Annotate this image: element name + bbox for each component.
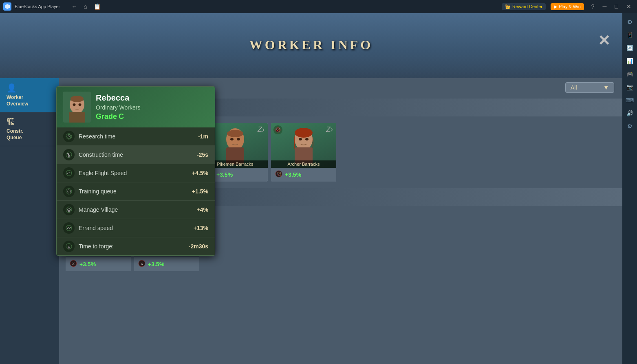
svg-text:🏹: 🏹 [276, 128, 280, 132]
svg-point-66 [73, 103, 76, 106]
chevron-down-icon: ▼ [603, 84, 609, 91]
svg-point-30 [230, 138, 234, 140]
training-queue-label: Training queue [79, 188, 188, 195]
filter-dropdown[interactable]: All ▼ [565, 82, 614, 93]
play-win-label: Play & Win [559, 4, 581, 9]
play-win-btn[interactable]: ▶ Play & Win [551, 3, 584, 10]
svg-point-39 [299, 138, 302, 140]
worker-grade: Grade C [96, 112, 140, 121]
forge-time-value: -2m30s [189, 243, 208, 250]
nav-buttons: ← ⌂ 📋 [70, 2, 102, 11]
sleep-z-2: Z› [258, 125, 264, 134]
sidebar-icon-6[interactable]: 📷 [624, 81, 635, 93]
stat-icon-5: ⚔ [138, 260, 145, 269]
research-time-icon [63, 131, 75, 142]
crown-icon: 👑 [505, 4, 511, 9]
svg-point-40 [305, 138, 309, 140]
worker-card-3-label: Archer Barracks [271, 160, 336, 168]
worker-name: Rebecca [96, 93, 140, 103]
constr-queue-icon: 🏗 [7, 117, 53, 127]
worker-card-3-stat: 🏹 +3.5% [271, 168, 336, 182]
right-sidebar: ⚙ 📱 🔄 📊 🎮 📷 ⌨ 🔊 ⚙ [622, 13, 637, 364]
sidebar-icon-3[interactable]: 🔄 [624, 42, 635, 54]
close-btn-win[interactable]: ✕ [624, 2, 634, 11]
title-bar-right: 👑 Reward Center ▶ Play & Win ? ─ □ ✕ [502, 2, 634, 11]
worker-overview-icon: 👤 [7, 83, 53, 93]
research-time-value: -1m [198, 133, 208, 140]
sidebar-icon-1[interactable]: ⚙ [624, 16, 635, 28]
sidebar-icon-9[interactable]: ⚙ [624, 121, 635, 132]
errand-speed-icon [63, 222, 75, 234]
app-name: BlueStacks App Player [15, 4, 60, 9]
stat-row-eagle-speed: Eagle Flight Speed +4.5% [57, 164, 215, 182]
svg-point-74 [68, 156, 70, 158]
stat-icon-3: 🏹 [275, 170, 282, 179]
sidebar-icon-4[interactable]: 📊 [624, 55, 635, 67]
svg-marker-0 [5, 4, 10, 9]
svg-point-76 [66, 189, 72, 194]
svg-point-67 [79, 103, 82, 106]
svg-rect-80 [68, 210, 70, 212]
construction-time-label: Construction time [79, 151, 193, 158]
tooltip-avatar [63, 92, 91, 123]
forge-time-label: Time to forge: [79, 243, 185, 250]
worker-card-3[interactable]: 🏹 Z› [271, 123, 336, 182]
stat-row-construction-time: Construction time -25s [57, 146, 215, 164]
svg-text:⚔: ⚔ [140, 262, 143, 266]
construction-time-icon [63, 149, 75, 160]
errand-speed-label: Errand speed [79, 225, 190, 231]
training-queue-value: +1.5% [192, 188, 208, 195]
sidebar-icon-7[interactable]: ⌨ [624, 94, 635, 106]
construction-time-value: -25s [197, 151, 208, 158]
stat-value-4: +3.5% [79, 261, 96, 268]
stat-row-manage-village: Manage Village +4% [57, 201, 215, 219]
worker-tooltip: Rebecca Ordinary Workers Grade C Researc… [56, 86, 215, 256]
research-time-label: Research time [79, 133, 194, 140]
svg-point-31 [237, 138, 240, 140]
svg-rect-64 [69, 112, 85, 123]
svg-point-65 [71, 96, 84, 102]
left-panel: 👤 WorkerOverview 🏗 Constr.Queue [0, 78, 59, 364]
sidebar-icon-2[interactable]: 📱 [624, 29, 635, 41]
manage-village-label: Manage Village [79, 206, 193, 213]
left-panel-worker-overview[interactable]: 👤 WorkerOverview [0, 78, 59, 112]
page-title: WORKER INFO [249, 37, 373, 53]
tooltip-header: Rebecca Ordinary Workers Grade C [57, 87, 215, 127]
stat-icon-4: ⚔ [70, 260, 77, 269]
stat-row-errand-speed: Errand speed +13% [57, 219, 215, 237]
svg-text:⚔: ⚔ [72, 262, 75, 266]
svg-point-38 [295, 128, 313, 138]
close-game-btn[interactable]: ✕ [598, 33, 610, 48]
tooltip-info: Rebecca Ordinary Workers Grade C [96, 93, 140, 121]
sidebar-icon-8[interactable]: 🔊 [624, 107, 635, 119]
stat-row-forge-time: Time to forge: -2m30s [57, 237, 215, 255]
svg-point-75 [66, 170, 72, 176]
nav-bookmark[interactable]: 📋 [92, 2, 102, 11]
stat-value-5: +3.5% [148, 261, 164, 268]
reward-center-btn[interactable]: 👑 Reward Center [502, 3, 546, 10]
stat-value-2: +3.5% [216, 171, 233, 178]
forge-time-icon [63, 241, 75, 252]
game-area: WORKER INFO ✕ 👤 WorkerOverview 🏗 Constr.… [0, 13, 622, 364]
eagle-speed-label: Eagle Flight Speed [79, 170, 188, 176]
filter-bar: All ▼ [565, 82, 614, 93]
eagle-speed-value: +4.5% [192, 170, 208, 176]
stat-row-research-time: Research time -1m [57, 127, 215, 146]
left-panel-constr-queue[interactable]: 🏗 Constr.Queue [0, 112, 59, 146]
sidebar-icon-5[interactable]: 🎮 [624, 68, 635, 80]
training-queue-icon [63, 186, 75, 197]
worker-overview-label: WorkerOverview [7, 94, 53, 107]
minimize-btn[interactable]: ─ [600, 2, 609, 11]
title-bar: BlueStacks App Player ← ⌂ 📋 👑 Reward Cen… [0, 0, 637, 13]
restore-btn[interactable]: □ [613, 2, 621, 11]
worker-card-3-img: 🏹 Z› [271, 123, 336, 168]
bluestacks-logo [3, 2, 11, 11]
errand-speed-value: +13% [194, 225, 208, 231]
svg-point-29 [227, 130, 243, 137]
help-btn[interactable]: ? [589, 2, 597, 11]
stat-value-3: +3.5% [285, 171, 301, 178]
nav-back[interactable]: ← [70, 2, 79, 11]
stat-row-training-queue: Training queue +1.5% [57, 182, 215, 201]
nav-home[interactable]: ⌂ [82, 2, 88, 11]
window-controls: ? ─ □ ✕ [589, 2, 634, 11]
